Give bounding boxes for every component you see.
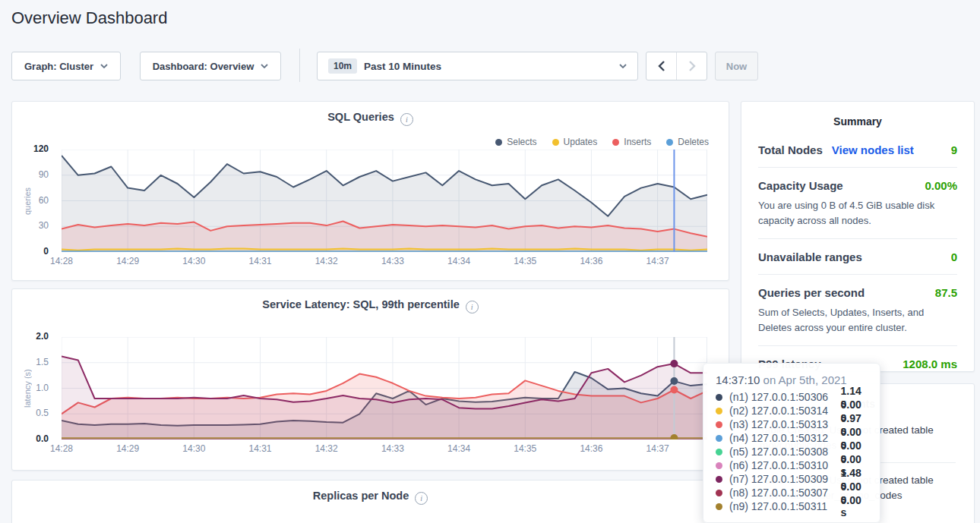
x-tick-label: 14:35 [514,443,536,454]
info-icon[interactable]: i [466,301,479,313]
time-prev-button[interactable] [646,52,676,80]
legend-dot [552,139,559,146]
legend-label: Deletes [678,137,709,147]
series-line [62,249,707,250]
node-address: (n4) 127.0.0.1:50312 [729,432,840,444]
summary-row-description: Sum of Selects, Updates, Inserts, and De… [758,305,957,335]
tooltip-time: 14:37:10 [716,373,760,386]
legend-item-selects[interactable]: Selects [495,137,536,147]
x-tick-label: 14:32 [315,256,338,266]
summary-row: Queries per second87.5Sum of Selects, Up… [758,275,957,346]
node-color-dot [716,421,722,428]
node-address: (n9) 127.0.0.1:50311 [729,500,840,512]
summary-row-value: 1208.0 ms [903,358,957,370]
node-address: (n3) 127.0.0.1:50313 [729,418,840,430]
node-address: (n1) 127.0.0.1:50306 [729,391,840,403]
x-tick-label: 14:34 [447,443,470,454]
x-axis-ticks: 14:2814:2914:3014:3114:3214:3314:3414:35… [62,443,707,455]
tooltip-node-row: (n9) 127.0.0.1:503110.00 s [716,499,869,513]
x-tick-label: 14:31 [249,443,272,454]
node-color-dot [716,490,722,496]
service-latency-chart-card: Service Latency: SQL, 99th percentilei l… [11,288,729,471]
time-range-dropdown[interactable]: 10m Past 10 Minutes [317,52,638,80]
summary-panel: Summary Total NodesView nodes list9Capac… [741,101,975,372]
dashboard-dropdown-label: Dashboard: Overview [153,61,254,72]
replicas-title-row: Replicas per Nodei [12,490,729,505]
sql-queries-title-row: SQL Queriesi [12,111,729,126]
node-color-dot [716,449,722,455]
x-axis-ticks: 14:2814:2914:3014:3114:3214:3314:3414:35… [62,256,707,268]
x-tick-label: 14:36 [580,256,602,266]
hover-dot [670,377,678,385]
page-title: Overview Dashboard [11,8,167,28]
node-color-dot [716,435,722,442]
node-color-dot [716,394,722,401]
summary-row-label: Queries per second [758,286,865,299]
hover-dot [670,360,678,367]
summary-row: Unavailable ranges0 [758,239,957,275]
x-tick-label: 14:28 [50,443,73,454]
time-next-button[interactable] [676,52,707,80]
node-latency-value: 0.00 s [840,494,869,518]
y-tick-label: 0.5 [36,408,49,418]
node-color-dot [716,476,722,483]
y-axis-ticks: 0306090120 [12,150,55,252]
summary-row-value: 87.5 [935,286,957,299]
summary-row-label: Capacity Usage [758,179,843,192]
legend-item-updates[interactable]: Updates [552,137,598,147]
service-latency-plot[interactable] [62,337,707,440]
summary-row-label: Total Nodes [758,143,823,156]
legend-dot [495,139,502,146]
legend-label: Updates [564,137,598,147]
tooltip-rows: (n1) 127.0.0.1:503061.14 s(n2) 127.0.0.1… [716,390,869,513]
graph-dropdown[interactable]: Graph: Cluster [11,52,121,80]
service-latency-title-row: Service Latency: SQL, 99th percentilei [12,298,729,313]
y-tick-label: 1.0 [36,383,49,393]
now-button[interactable]: Now [715,52,758,80]
chart-title: Service Latency: SQL, 99th percentile [262,298,460,310]
view-nodes-list-link[interactable]: View nodes list [832,143,914,156]
x-tick-label: 14:36 [580,443,602,454]
x-tick-label: 14:29 [116,443,139,454]
x-tick-label: 14:37 [646,443,669,454]
x-tick-label: 14:30 [182,443,205,454]
node-address: (n6) 127.0.0.1:50310 [729,459,840,471]
chevron-down-icon [100,64,108,68]
node-color-dot [716,408,722,414]
x-tick-label: 14:33 [381,443,404,454]
x-tick-label: 14:35 [514,256,536,266]
chart-title: SQL Queries [327,111,394,123]
legend-dot [666,139,673,146]
legend-item-inserts[interactable]: Inserts [612,137,651,147]
y-tick-label: 120 [33,143,49,154]
sql-queries-chart-card: SQL Queriesi SelectsUpdatesInsertsDelete… [11,101,729,281]
graph-dropdown-label: Graph: Cluster [24,61,93,72]
node-address: (n8) 127.0.0.1:50307 [729,487,840,499]
tooltip-date: on Apr 5th, 2021 [763,373,847,386]
x-tick-label: 14:32 [315,443,338,454]
chevron-down-icon [619,64,627,68]
replicas-per-node-chart-card: Replicas per Nodei [11,480,729,523]
y-tick-label: 1.5 [36,357,49,367]
info-icon[interactable]: i [415,492,428,505]
legend-item-deletes[interactable]: Deletes [666,137,709,147]
sql-queries-plot[interactable] [62,150,707,252]
toolbar-divider [299,49,300,82]
node-color-dot [716,503,722,510]
y-tick-label: 0 [43,246,49,257]
x-tick-label: 14:37 [646,256,669,266]
chart-canvas [62,337,707,440]
summary-title: Summary [741,102,974,128]
x-tick-label: 14:28 [50,256,73,266]
dashboard-dropdown[interactable]: Dashboard: Overview [140,52,281,80]
legend-dot [612,139,619,146]
legend-label: Selects [507,137,536,147]
chevron-left-icon [658,61,665,71]
time-range-label: Past 10 Minutes [364,61,441,72]
info-icon[interactable]: i [400,113,413,126]
node-color-dot [716,462,722,469]
summary-row-value: 0.00% [925,179,957,192]
chevron-down-icon [261,64,268,68]
summary-row: Total NodesView nodes list9 [758,132,957,168]
chevron-right-icon [688,61,696,71]
